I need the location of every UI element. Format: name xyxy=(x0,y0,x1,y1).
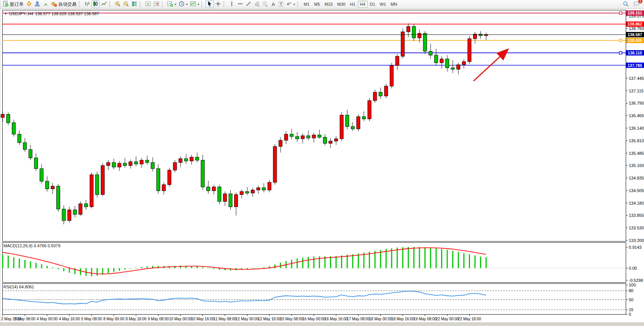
equidistant-channel-button[interactable]: E xyxy=(253,0,261,8)
price-badge[interactable]: 138.862 xyxy=(626,21,644,27)
indicators-icon xyxy=(167,1,173,8)
candle-body-down xyxy=(18,134,21,143)
timeframe-h4-button[interactable]: H4 xyxy=(358,1,368,8)
toolbar: 新订单 自动交易 xyxy=(0,0,644,9)
timeframe-h1-button[interactable]: H1 xyxy=(348,1,357,8)
candle-body-down xyxy=(207,187,210,191)
candle-body-up xyxy=(51,186,54,189)
line-handle[interactable] xyxy=(619,12,622,14)
tile-windows-button[interactable] xyxy=(130,0,139,8)
arrows-button[interactable]: ▾ xyxy=(285,0,296,8)
price-badge[interactable]: 138.110 xyxy=(626,50,644,56)
tile-windows-icon xyxy=(131,1,137,8)
line-chart-icon xyxy=(101,1,107,8)
time-tick-label: 18 May 00:00 xyxy=(369,317,392,321)
zoom-out-button[interactable] xyxy=(122,0,130,8)
candle-body-down xyxy=(362,117,366,119)
candle-body-down xyxy=(96,175,99,194)
trade-group: 新订单 自动交易 xyxy=(2,0,78,8)
new-order-button[interactable]: 新订单 xyxy=(2,0,25,8)
candlestick-button[interactable] xyxy=(91,0,100,8)
timeframe-w1-button[interactable]: W1 xyxy=(378,1,389,8)
candle-body-up xyxy=(179,159,182,162)
price-tick-label: 134.505 xyxy=(629,188,644,193)
bar-chart-button[interactable] xyxy=(83,0,91,8)
zoom-in-icon xyxy=(115,1,121,8)
toolbar-drag-handle[interactable] xyxy=(201,1,204,7)
candle-body-up xyxy=(240,191,243,194)
candle-body-up xyxy=(418,33,421,38)
auto-trading-label: 自动交易 xyxy=(58,1,77,8)
new-order-icon xyxy=(3,1,9,8)
horizontal-line-button[interactable] xyxy=(236,0,244,8)
chart-canvas[interactable]: 139.075138.750137.445137.115136.790136.4… xyxy=(0,9,644,323)
bar-chart-icon xyxy=(84,1,90,8)
candle-body-down xyxy=(73,210,77,215)
price-badge[interactable]: 139.151 xyxy=(626,10,644,16)
toolbar-drag-handle[interactable] xyxy=(140,1,142,7)
indicators-button[interactable]: ▾ xyxy=(166,0,177,8)
time-tick-label: 5 May 08:00 xyxy=(81,317,102,321)
toolbar-drag-handle[interactable] xyxy=(223,1,226,7)
auto-scroll-icon xyxy=(145,1,151,8)
text-button[interactable]: A xyxy=(269,0,277,8)
clock-icon xyxy=(179,1,185,8)
search-button[interactable] xyxy=(622,0,630,8)
candle-body-down xyxy=(62,209,65,221)
toolbar-drag-handle[interactable] xyxy=(162,1,164,7)
toolbar-drag-handle[interactable] xyxy=(109,1,112,7)
auto-trading-button[interactable]: 自动交易 xyxy=(50,0,78,8)
timeframe-m15-button[interactable]: M15 xyxy=(322,1,335,8)
candle-body-up xyxy=(1,114,5,118)
templates-button[interactable]: ▾ xyxy=(189,0,200,8)
navigator-button[interactable] xyxy=(33,0,41,8)
price-tick-label: 133.530 xyxy=(629,226,644,230)
vertical-line-button[interactable] xyxy=(228,0,236,8)
scroll-group xyxy=(144,0,161,8)
candle-body-down xyxy=(307,136,310,138)
market-watch-button[interactable] xyxy=(25,0,33,8)
timeframe-m30-button[interactable]: M30 xyxy=(335,1,348,8)
trendline-icon xyxy=(245,1,252,8)
line-handle[interactable] xyxy=(619,39,622,42)
timeframe-d1-button[interactable]: D1 xyxy=(368,1,378,8)
price-badge-text: 137.785 xyxy=(628,63,642,68)
zoom-in-button[interactable] xyxy=(113,0,122,8)
bid-price-badge[interactable]: 138.587 xyxy=(626,32,644,37)
line-chart-button[interactable] xyxy=(100,0,108,8)
symbol-dropdown-icon[interactable]: ▼ xyxy=(4,12,7,16)
candle-body-up xyxy=(223,194,227,202)
text-label-button[interactable]: T xyxy=(277,0,285,8)
toolbar-drag-handle[interactable] xyxy=(297,1,300,7)
main-panel[interactable] xyxy=(3,10,626,242)
fibonacci-button[interactable]: F xyxy=(261,0,269,8)
chart-shift-button[interactable] xyxy=(152,0,161,8)
time-tick-label: 9 May 08:00 xyxy=(148,317,169,321)
crosshair-button[interactable] xyxy=(214,0,222,8)
timeframe-m1-button[interactable]: M1 xyxy=(301,1,312,8)
timeframe-mn-button[interactable]: MN xyxy=(388,1,399,8)
price-tick-label: 135.810 xyxy=(629,138,644,143)
toolbar-drag-handle[interactable] xyxy=(79,1,81,7)
time-tick-label: 11 May 08:00 xyxy=(214,317,236,321)
candle-body-up xyxy=(251,190,255,193)
chart-area[interactable]: 139.075138.750137.445137.115136.790136.4… xyxy=(0,9,644,323)
candle-body-up xyxy=(79,204,82,215)
candle-body-down xyxy=(23,143,27,149)
signals-button[interactable] xyxy=(41,0,50,8)
time-tick-label: 18 May 16:00 xyxy=(391,317,414,321)
line-handle[interactable] xyxy=(619,51,622,54)
auto-scroll-button[interactable] xyxy=(144,0,152,8)
candle-body-up xyxy=(340,115,343,139)
cursor-button[interactable] xyxy=(206,0,214,8)
trendline-button[interactable] xyxy=(244,0,253,8)
macd-tick-label: -0.5298 xyxy=(629,278,643,283)
price-badge[interactable]: 138.435 xyxy=(626,38,644,43)
chart-type-group xyxy=(83,0,108,8)
timeframe-m5-button[interactable]: M5 xyxy=(312,1,322,8)
periods-button[interactable]: ▾ xyxy=(177,0,189,8)
price-badge[interactable]: 137.785 xyxy=(626,63,644,68)
time-tick-label: 4 May 00:00 xyxy=(37,317,57,321)
chat-button[interactable]: 1 xyxy=(632,0,641,8)
cursor-icon xyxy=(207,1,213,8)
